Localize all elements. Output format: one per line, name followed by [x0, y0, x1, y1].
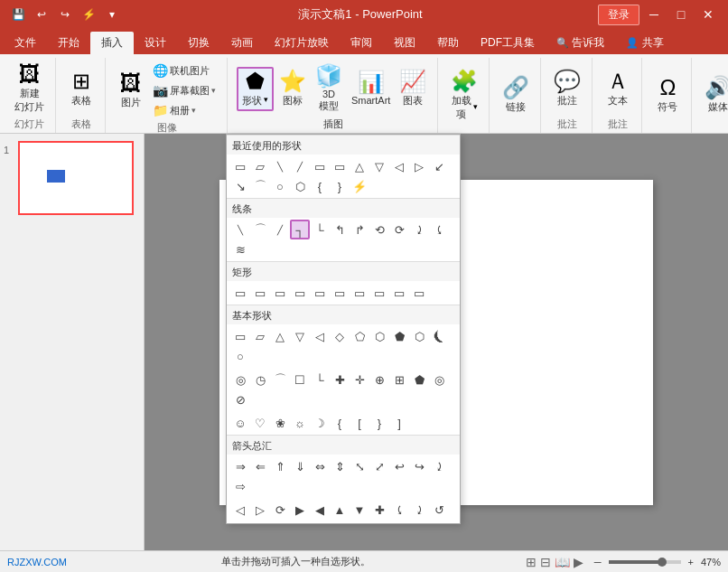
- basic-bevel[interactable]: ⬟: [409, 370, 429, 389]
- shape-triangle-up[interactable]: △: [350, 156, 369, 176]
- link-button[interactable]: 🔗 链接: [499, 75, 533, 116]
- text-button[interactable]: Ａ 文本: [602, 69, 634, 109]
- shape-hex[interactable]: ⬡: [290, 176, 310, 196]
- dropdown-icon[interactable]: ▾: [101, 4, 123, 25]
- tab-help[interactable]: 帮助: [426, 32, 470, 54]
- basic-bracket-open[interactable]: [: [350, 413, 369, 433]
- arr-ud[interactable]: ⇕: [330, 456, 350, 476]
- brand-link[interactable]: RJZXW.COM: [7, 557, 67, 567]
- shapes-button[interactable]: ⬟ 形状 ▾: [237, 67, 274, 111]
- zoom-in-button[interactable]: +: [685, 557, 697, 567]
- shape-rect3[interactable]: ▭: [330, 156, 350, 176]
- tab-pdf[interactable]: PDF工具集: [470, 32, 546, 54]
- shape-arrow-left[interactable]: ◁: [389, 156, 409, 176]
- symbol-button[interactable]: Ω 符号: [651, 75, 684, 116]
- line-elbow[interactable]: ┐: [290, 220, 310, 239]
- arr-right[interactable]: ⇒: [230, 456, 250, 476]
- basic-nosmoke[interactable]: ⊘: [230, 389, 250, 409]
- line-straight[interactable]: ╲: [230, 220, 250, 239]
- basic-brace-open[interactable]: {: [330, 413, 350, 433]
- arr-bent-l[interactable]: ↪: [409, 456, 429, 476]
- pictures-button[interactable]: 🖼 图片: [115, 70, 147, 111]
- tab-review[interactable]: 审阅: [340, 32, 383, 54]
- minimize-button[interactable]: ─: [641, 2, 667, 27]
- arr-callout-u[interactable]: ▲: [330, 500, 350, 520]
- normal-view-icon[interactable]: ⊞: [526, 555, 537, 569]
- basic-circle[interactable]: ○: [230, 346, 250, 366]
- tab-home[interactable]: 开始: [47, 32, 90, 54]
- smartart-button[interactable]: 📊 SmartArt: [348, 70, 394, 108]
- album-button[interactable]: 📁 相册 ▾: [149, 101, 219, 119]
- slide-sorter-icon[interactable]: ⊟: [540, 555, 551, 569]
- line-curve[interactable]: ⌒: [250, 220, 270, 239]
- rect-snip8[interactable]: ▭: [409, 283, 429, 303]
- basic-donut[interactable]: ◎: [429, 370, 449, 389]
- rect-snip2[interactable]: ▭: [290, 283, 310, 303]
- basic-octagon[interactable]: ⬡: [409, 326, 429, 346]
- rect-plain[interactable]: ▭: [230, 283, 250, 303]
- arr-quad[interactable]: ✚: [369, 500, 389, 520]
- tab-view[interactable]: 视图: [383, 32, 426, 54]
- basic-pie[interactable]: ◷: [250, 370, 270, 389]
- arr-bent-r[interactable]: ↩: [389, 456, 409, 476]
- media-button[interactable]: 🔊 媒体: [701, 75, 728, 116]
- basic-chord[interactable]: ⌒: [270, 370, 290, 389]
- shape-oval[interactable]: ○: [270, 176, 290, 196]
- basic-tri-rt[interactable]: ▽: [290, 326, 310, 346]
- arr-circular[interactable]: ⟳: [270, 500, 290, 520]
- login-button[interactable]: 登录: [598, 5, 639, 25]
- shape-arrow-dr[interactable]: ↘: [230, 176, 250, 196]
- model3d-button[interactable]: 🧊 3D 模型: [312, 63, 346, 115]
- arr-diag1[interactable]: ⤡: [350, 456, 369, 476]
- basic-cross[interactable]: ✛: [350, 370, 369, 389]
- slide-preview[interactable]: [18, 141, 134, 215]
- tab-tell-me[interactable]: 🔍 告诉我: [546, 32, 615, 54]
- shape-rect[interactable]: ▭: [230, 156, 250, 176]
- shape-arc[interactable]: ⌒: [250, 176, 270, 196]
- basic-brace-close[interactable]: }: [369, 413, 389, 433]
- undo-icon[interactable]: ↩: [31, 4, 52, 25]
- basic-rect[interactable]: ▭: [230, 326, 250, 346]
- basic-ring[interactable]: ◎: [230, 370, 250, 389]
- shape-arrow-right[interactable]: ▷: [409, 156, 429, 176]
- zoom-slider[interactable]: [609, 560, 681, 564]
- comment-button[interactable]: 💬 批注: [550, 69, 584, 109]
- basic-bracket-close[interactable]: ]: [389, 413, 409, 433]
- rect-snip1[interactable]: ▭: [270, 283, 290, 303]
- new-slide-button[interactable]: 🖼 新建 幻灯片: [11, 61, 48, 116]
- close-button[interactable]: ✕: [695, 2, 721, 27]
- rect-rounded[interactable]: ▭: [250, 283, 270, 303]
- basic-heptagon[interactable]: ⬟: [389, 326, 409, 346]
- tab-file[interactable]: 文件: [4, 32, 47, 54]
- slideshow-icon[interactable]: ▶: [574, 555, 583, 569]
- rect-snip5[interactable]: ▭: [350, 283, 369, 303]
- tab-insert[interactable]: 插入: [90, 32, 134, 54]
- line-connector1[interactable]: ↱: [350, 220, 369, 239]
- tab-transitions[interactable]: 切换: [177, 32, 220, 54]
- tab-design[interactable]: 设计: [134, 32, 177, 54]
- table-button[interactable]: ⊞ 表格: [65, 69, 98, 109]
- arr-diag2[interactable]: ⤢: [369, 456, 389, 476]
- shape-brace-r[interactable]: }: [330, 176, 350, 196]
- rect-snip3[interactable]: ▭: [310, 283, 330, 303]
- addin-button[interactable]: 🧩 加载 项 ▾: [447, 69, 481, 123]
- shape-arrow-dl[interactable]: ↙: [429, 156, 449, 176]
- shape-parallelogram[interactable]: ▱: [250, 156, 270, 176]
- arr-notch-r[interactable]: ◁: [230, 500, 250, 520]
- arr-uturn[interactable]: ⤸: [429, 456, 449, 476]
- rect-snip6[interactable]: ▭: [369, 283, 389, 303]
- arr-left[interactable]: ⇐: [250, 456, 270, 476]
- line-connector2[interactable]: ⟲: [369, 220, 389, 239]
- line-angle[interactable]: └: [310, 220, 330, 239]
- screenshot-button[interactable]: 📷 屏幕截图 ▾: [149, 81, 219, 99]
- line-scribble[interactable]: ↰: [330, 220, 350, 239]
- line-connector5[interactable]: ⤹: [429, 220, 449, 239]
- zoom-slider-thumb[interactable]: [658, 558, 667, 567]
- basic-hexagon[interactable]: ⬡: [369, 326, 389, 346]
- basic-smiley[interactable]: ☺: [230, 413, 250, 433]
- basic-sun[interactable]: ☼: [290, 413, 310, 433]
- rect-snip7[interactable]: ▭: [389, 283, 409, 303]
- shape-brace-l[interactable]: {: [310, 176, 330, 196]
- basic-tri-up[interactable]: △: [270, 326, 290, 346]
- line-connector4[interactable]: ⤸: [409, 220, 429, 239]
